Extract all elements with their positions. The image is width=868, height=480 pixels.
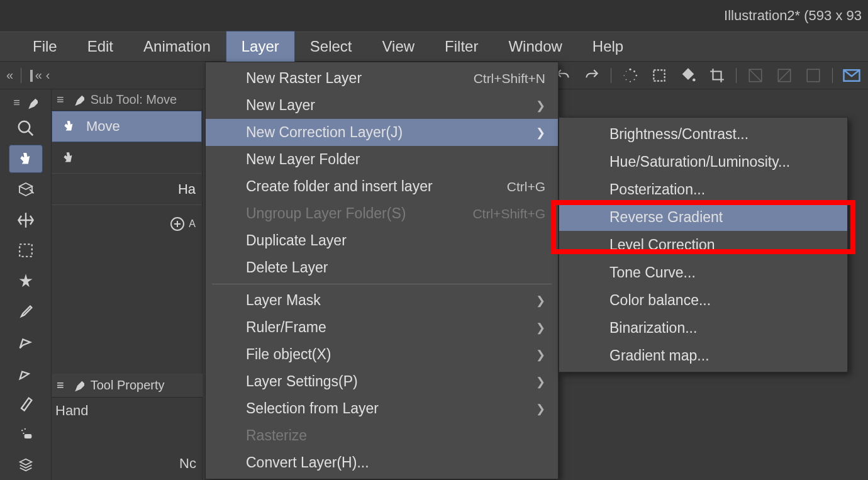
menu-new-layer-folder[interactable]: New Layer Folder (206, 146, 558, 173)
tool-palette: ≡ (0, 89, 52, 480)
menu-layer[interactable]: Layer (226, 31, 295, 62)
palette-handle[interactable]: ≡ (13, 93, 38, 113)
svg-point-19 (24, 428, 25, 430)
separator (212, 284, 552, 284)
menu-rasterize: Rasterize (206, 422, 558, 449)
menu-file-object[interactable]: File object(X) ❯ (206, 341, 558, 368)
menu-delete-layer[interactable]: Delete Layer (206, 254, 558, 281)
submenu-tone-curve[interactable]: Tone Curve... (559, 259, 847, 286)
submenu-level-correction[interactable]: Level Correction (559, 231, 847, 259)
menu-lines-icon: ≡ (57, 92, 64, 107)
menu-ruler-frame[interactable]: Ruler/Frame ❯ (206, 314, 558, 341)
svg-point-9 (693, 79, 696, 82)
submenu-color-balance[interactable]: Color balance... (559, 286, 847, 314)
menu-create-folder-insert[interactable]: Create folder and insert layer Ctrl+G (206, 173, 558, 200)
svg-point-20 (23, 433, 24, 434)
submenu-brightness-contrast[interactable]: Brightness/Contrast... (559, 120, 847, 148)
hand-icon (61, 118, 77, 135)
menu-duplicate-layer[interactable]: Duplicate Layer (206, 227, 558, 254)
operation-tool[interactable] (9, 176, 43, 204)
menu-file[interactable]: File (18, 31, 72, 62)
svg-rect-17 (19, 245, 32, 257)
redo-icon[interactable] (578, 64, 606, 87)
chevron-right-icon: ❯ (536, 99, 545, 113)
menu-help[interactable]: Help (577, 31, 638, 62)
pen-tool[interactable] (9, 328, 43, 357)
svg-line-11 (749, 69, 762, 82)
magnify-tool[interactable] (9, 114, 43, 143)
svg-point-2 (635, 75, 637, 77)
title-bar: Illustration2* (593 x 93 (0, 0, 868, 31)
submenu-hue-saturation[interactable]: Hue/Saturation/Luminosity... (559, 148, 847, 176)
svg-point-1 (633, 70, 635, 72)
menu-layer-settings[interactable]: Layer Settings(P) ❯ (206, 368, 558, 395)
add-icon[interactable] (170, 216, 185, 232)
svg-point-0 (629, 69, 631, 70)
menu-select[interactable]: Select (295, 31, 367, 62)
menu-edit[interactable]: Edit (72, 31, 128, 62)
menu-new-correction-layer[interactable]: New Correction Layer(J) ❯ (206, 119, 558, 146)
clear-icon[interactable] (645, 64, 673, 87)
airbrush-tool[interactable] (9, 420, 43, 449)
menu-convert-layer[interactable]: Convert Layer(H)... (206, 449, 558, 476)
loading-spinner-icon[interactable] (616, 64, 644, 87)
menu-selection-from-layer[interactable]: Selection from Layer ❯ (206, 395, 558, 422)
svg-point-7 (626, 71, 626, 72)
panel-drag-icon[interactable]: ||| (29, 68, 31, 82)
submenu-reverse-gradient[interactable]: Reverse Gradient (559, 203, 847, 231)
svg-rect-8 (654, 70, 664, 81)
move-tool[interactable] (9, 145, 43, 173)
svg-point-15 (18, 121, 30, 133)
tool-property-footer: Nc (52, 424, 203, 472)
brush-icon (70, 93, 84, 107)
submenu-binarization[interactable]: Binarization... (559, 314, 847, 342)
move-layer-tool[interactable] (9, 206, 43, 235)
toolbar-right (549, 62, 868, 89)
fill-icon[interactable] (674, 64, 702, 87)
svg-point-6 (623, 75, 625, 76)
subtool-header-bar[interactable]: ≡ Sub Tool: Move (52, 89, 202, 111)
brush-icon (24, 96, 38, 110)
snap-special-icon[interactable] (799, 64, 827, 87)
chevron-left-icon[interactable]: ‹ (46, 68, 50, 82)
subtool-partial-row[interactable]: Ha (52, 174, 202, 205)
crop-icon[interactable] (703, 64, 731, 87)
menu-filter[interactable]: Filter (430, 31, 493, 62)
auto-select-tool[interactable] (9, 267, 43, 296)
svg-rect-13 (807, 69, 820, 82)
snap-ruler-icon[interactable] (771, 64, 798, 87)
divider (611, 68, 611, 83)
correction-layer-submenu: Brightness/Contrast... Hue/Saturation/Lu… (559, 117, 848, 372)
menu-ungroup-folder: Ungroup Layer Folder(S) Ctrl+Shift+G (206, 200, 558, 227)
menu-layer-mask[interactable]: Layer Mask ❯ (206, 287, 558, 314)
mail-icon[interactable] (838, 64, 865, 87)
subtool-move-label: Move (86, 118, 120, 135)
marquee-tool[interactable] (9, 237, 43, 265)
divider (736, 68, 737, 83)
tool-property-header[interactable]: ≡ Tool Property (52, 374, 203, 398)
brush-tool[interactable] (9, 389, 43, 418)
chevron-double-left-icon[interactable]: « (35, 68, 42, 82)
subtool-hand-row[interactable] (52, 142, 202, 174)
chevron-right-icon: ❯ (536, 348, 545, 362)
menu-window[interactable]: Window (493, 31, 577, 62)
eyedropper-tool[interactable] (9, 298, 43, 326)
menu-new-raster-layer[interactable]: New Raster Layer Ctrl+Shift+N (206, 65, 558, 92)
svg-point-4 (630, 81, 631, 82)
submenu-gradient-map[interactable]: Gradient map... (559, 342, 847, 369)
submenu-posterization[interactable]: Posterization... (559, 176, 847, 203)
snap-grid-icon[interactable] (742, 64, 769, 87)
svg-rect-21 (24, 434, 31, 438)
divider (832, 68, 833, 83)
decoration-tool[interactable] (9, 450, 43, 479)
subtool-move-row[interactable]: Move (52, 111, 202, 142)
menu-animation[interactable]: Animation (128, 31, 226, 62)
svg-point-5 (626, 79, 627, 81)
divider (21, 68, 21, 83)
chevron-double-left-icon[interactable]: « (6, 68, 13, 82)
chevron-right-icon: ❯ (536, 321, 545, 335)
menu-view[interactable]: View (367, 31, 430, 62)
menu-new-layer[interactable]: New Layer ❯ (206, 92, 558, 119)
subtool-ha-label: Ha (178, 181, 196, 198)
pencil-tool[interactable] (9, 359, 43, 388)
